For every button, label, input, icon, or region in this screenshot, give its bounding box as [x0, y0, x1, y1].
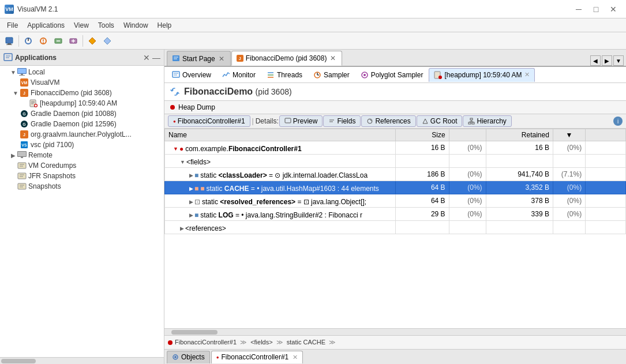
expand-row3[interactable]: ▶ [189, 172, 193, 178]
sub-tab-heapdump-close[interactable]: ✕ [524, 71, 530, 78]
tree-jfr-label: JFR Snapshots [28, 172, 76, 180]
expand-row1[interactable]: ▼ [173, 146, 178, 152]
svg-rect-36 [18, 163, 26, 168]
tree-fibonacci[interactable]: ▼ J FibonacciDemo (pid 3608) [0, 88, 164, 98]
tree-heapdump[interactable]: ▶ [heapdump] 10:59:40 AM [0, 98, 164, 108]
bottom-tab-controller-close[interactable]: ✕ [293, 354, 298, 361]
col-header-size[interactable]: Size [395, 129, 449, 141]
close-button[interactable]: ✕ [605, 3, 621, 15]
tab-start-page[interactable]: Start Page ✕ [167, 51, 231, 66]
menu-applications[interactable]: Applications [23, 20, 69, 31]
tree-local[interactable]: ▼ Local [0, 67, 164, 77]
bread-controller-label: FibonacciController#1 [178, 117, 245, 125]
tree-vsc[interactable]: ▶ VS vsc (pid 7100) [0, 140, 164, 150]
toolbar-btn-4[interactable] [51, 34, 65, 48]
tree-jfr[interactable]: ▶ JFR Snapshots [0, 171, 164, 181]
sidebar-scrollbar[interactable] [0, 357, 164, 364]
toolbar-btn-2[interactable] [21, 34, 35, 48]
toolbar-btn-5[interactable] [66, 34, 80, 48]
bread-gcroot[interactable]: GC Root [417, 115, 463, 127]
svg-rect-66 [470, 118, 473, 120]
maximize-button[interactable]: □ [588, 3, 604, 15]
sub-tab-heapdump[interactable]: [heapdump] 10:59:40 AM ✕ [429, 68, 534, 82]
row-pct: (0%) [449, 208, 486, 221]
bread-fields[interactable]: Fields [323, 115, 361, 127]
table-row[interactable]: ▼ <fields> [165, 155, 626, 168]
refresh-icon[interactable] [170, 87, 179, 96]
tree-remote[interactable]: ▶ Remote [0, 150, 164, 160]
menu-tools[interactable]: Tools [93, 20, 119, 31]
toolbar-btn-6[interactable] [85, 34, 99, 48]
tab-nav-left[interactable]: ◀ [590, 55, 601, 66]
menu-bar: File Applications View Tools Window Help [0, 18, 626, 32]
tree-vsc-label: vsc (pid 7100) [31, 141, 74, 149]
table-row[interactable]: ▶ ⊡ static <resolved_references> = ⊡ jav… [165, 194, 626, 208]
expand-row2[interactable]: ▼ [180, 159, 185, 165]
sub-tab-polyglot[interactable]: Polyglot Sampler [355, 68, 429, 82]
toolbar-btn-7[interactable] [100, 34, 114, 48]
sub-tab-threads[interactable]: Threads [261, 68, 308, 82]
svg-rect-34 [18, 152, 26, 156]
menu-help[interactable]: Help [153, 20, 177, 31]
sidebar-minimize-btn[interactable]: — [152, 53, 160, 62]
table-row-selected[interactable]: ▶ ■ ■ static CACHE = • java.util.HashMap… [165, 181, 626, 194]
expand-row7[interactable]: ▶ [180, 226, 184, 231]
bread-preview[interactable]: Preview [279, 115, 323, 127]
sub-tab-sampler[interactable]: Sampler [308, 68, 355, 82]
references-icon [366, 118, 373, 125]
tree-remote-label: Remote [28, 151, 53, 159]
menu-view[interactable]: View [69, 20, 93, 31]
bottom-tab-controller[interactable]: ● FibonacciController#1 ✕ [211, 351, 303, 363]
objects-icon [172, 354, 179, 361]
tree-vmcore[interactable]: ▶ VM Coredumps [0, 160, 164, 171]
row-pct: (0%) [449, 141, 486, 155]
toolbar-btn-3[interactable] [36, 34, 50, 48]
tree-snapshots[interactable]: ▶ Snapshots [0, 181, 164, 192]
table-row[interactable]: ▶ <references> [165, 221, 626, 234]
fields-icon [328, 118, 335, 125]
expand-row6[interactable]: ▶ [189, 212, 193, 218]
tab-fibonacci-close[interactable]: ✕ [329, 54, 337, 63]
tree-graalvm[interactable]: ▶ J org.graalvm.launcher.PolyglotL... [0, 129, 164, 140]
col-header-name[interactable]: Name [165, 129, 396, 141]
menu-window[interactable]: Window [119, 20, 153, 31]
tree-gradle1[interactable]: ▶ G Gradle Daemon (pid 10088) [0, 108, 164, 119]
bread-controller[interactable]: ● FibonacciController#1 [168, 115, 250, 127]
col-header-sort[interactable]: ▼ [553, 129, 585, 141]
sub-tab-overview[interactable]: Overview [167, 68, 216, 82]
bottom-tab-objects[interactable]: Objects [167, 351, 210, 363]
row-name-cell: ▶ ■ static LOG = • java.lang.StringBuild… [165, 208, 396, 221]
info-icon[interactable]: i [613, 117, 623, 126]
table-row[interactable]: ▼ ● com.example.FibonacciController#1 16… [165, 141, 626, 155]
heap-dump-bar: Heap Dump [164, 101, 626, 114]
table-scrollbar-h[interactable] [164, 328, 626, 335]
tab-nav-menu[interactable]: ▼ [613, 55, 624, 66]
expand-row4[interactable]: ▶ [189, 186, 193, 192]
col-header-retained[interactable]: Retained [486, 129, 553, 141]
menu-file[interactable]: File [2, 20, 23, 31]
status-cache: static CACHE [287, 339, 325, 346]
tab-start-page-close[interactable]: ✕ [218, 54, 226, 63]
row-name-cell: ▶ ⊡ static <resolved_references> = ⊡ jav… [165, 194, 396, 208]
expand-local[interactable]: ▼ [9, 69, 17, 76]
bottom-tab-controller-label: FibonacciController#1 [222, 353, 289, 361]
tab-nav-right[interactable]: ▶ [602, 55, 612, 66]
tree-gradle1-label: Gradle Daemon (pid 10088) [31, 110, 117, 118]
col-header-expand[interactable] [586, 129, 626, 141]
sub-tab-monitor[interactable]: Monitor [217, 68, 261, 82]
tab-fibonacci[interactable]: J FibonacciDemo (pid 3608) ✕ [231, 51, 343, 66]
expand-fibonacci[interactable]: ▼ [12, 90, 20, 96]
expand-remote[interactable]: ▶ [9, 152, 17, 159]
sidebar-close-btn[interactable]: ✕ [143, 53, 150, 62]
svg-rect-61 [285, 118, 291, 123]
minimize-button[interactable]: ─ [571, 3, 587, 15]
expand-row5[interactable]: ▶ [189, 199, 193, 205]
bread-hierarchy[interactable]: Hierarchy [463, 115, 511, 127]
table-scroll-thumb [171, 330, 218, 335]
tree-visualvm[interactable]: ▶ VM VisualVM [0, 77, 164, 88]
toolbar-btn-1[interactable] [2, 34, 16, 48]
table-row[interactable]: ▶ ■ static LOG = • java.lang.StringBuild… [165, 208, 626, 221]
tree-gradle2[interactable]: ▶ G Gradle Daemon (pid 12596) [0, 119, 164, 129]
bread-references[interactable]: References [361, 115, 415, 127]
table-row[interactable]: ▶ ■ static <classLoader> = ⊙ jdk.interna… [165, 168, 626, 181]
